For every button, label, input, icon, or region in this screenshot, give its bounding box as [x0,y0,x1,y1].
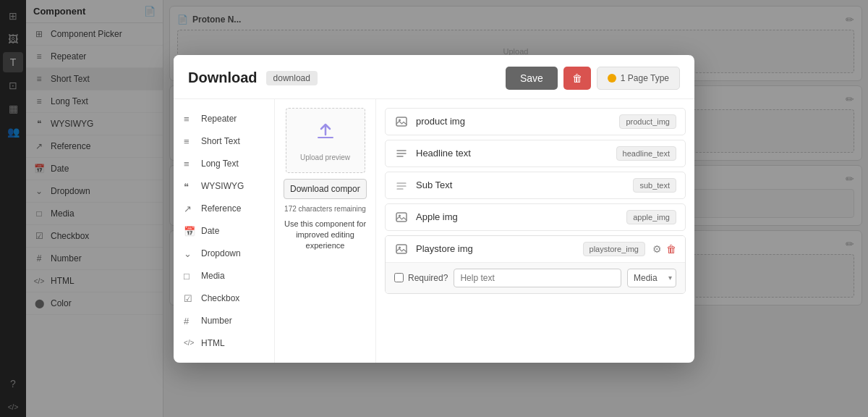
modal-menu-wysiwyg[interactable]: ❝ WYSIWYG [174,175,274,198]
menu-checkbox-icon: ☑ [184,293,195,304]
svg-rect-10 [396,245,407,253]
field-name-headline: Headline text [416,148,609,159]
upload-preview-icon [312,119,339,151]
menu-long-text-icon: ≡ [184,159,195,169]
component-description: Use this component for improved editing … [284,219,367,252]
modal-menu-media[interactable]: □ Media [174,265,274,287]
field-type-select-wrapper: Media Image Video File [627,269,676,287]
svg-point-11 [399,246,401,248]
svg-point-9 [399,214,401,216]
field-product-img: product img product_img [385,108,686,135]
modal-menu-reference[interactable]: ↗ Reference [174,198,274,220]
modal-fields-panel: product img product_img Headline text he… [376,99,694,363]
modal-tag: download [266,71,318,85]
upload-preview-label: Upload preview [300,153,350,161]
svg-point-1 [399,119,401,121]
modal-download: × Download download Save 🗑 1 Page Type ≡ [174,55,694,363]
modal-left-menu: ≡ Repeater ≡ Short Text ≡ Long Text ❝ WY… [174,99,275,363]
field-delete-button[interactable]: 🗑 [666,243,676,255]
component-name-input[interactable] [284,179,367,199]
modal-overlay[interactable]: × Download download Save 🗑 1 Page Type ≡ [0,0,868,417]
modal-menu-number[interactable]: # Number [174,310,274,332]
menu-reference-icon: ↗ [184,203,195,214]
delete-button[interactable]: 🗑 [563,67,591,90]
playstore-img-icon [394,242,409,256]
field-key-apple-img: apple_img [626,210,676,224]
sub-text-icon [394,178,409,193]
field-sub-text: Sub Text sub_text [385,172,686,199]
page-type-circle [608,74,616,83]
field-name-playstore: Playstore img [416,243,576,254]
field-key-playstore: playstore_img [583,242,645,256]
field-type-select[interactable]: Media Image Video File [627,269,676,287]
modal-menu-long-text[interactable]: ≡ Long Text [174,153,274,175]
field-name-sub-text: Sub Text [416,180,626,190]
chars-remaining: 172 characters remaining [284,205,366,213]
field-headline-text: Headline text headline_text [385,140,686,167]
field-key-sub-text: sub_text [633,178,676,193]
menu-number-icon: # [184,316,195,327]
upload-preview-box[interactable]: Upload preview [286,108,365,173]
required-label: Required? [408,273,448,283]
apple-img-icon [394,210,409,224]
menu-date-icon: 📅 [184,226,195,237]
help-text-input[interactable] [454,269,621,287]
svg-rect-0 [396,117,407,126]
modal-menu-dropdown[interactable]: ⌄ Dropdown [174,243,274,265]
save-button[interactable]: Save [506,67,558,90]
menu-short-text-icon: ≡ [184,136,195,147]
required-checkbox[interactable] [394,273,404,282]
menu-html-icon: </> [184,339,195,347]
modal-menu-checkbox[interactable]: ☑ Checkbox [174,287,274,310]
page-type-label: 1 Page Type [621,73,669,83]
modal-menu-repeater[interactable]: ≡ Repeater [174,108,274,130]
product-img-icon [394,114,409,129]
menu-media-icon: □ [184,271,195,282]
field-name-product-img: product img [416,116,612,127]
modal-preview-panel: Upload preview 172 characters remaining … [275,99,376,363]
field-playstore-img: Playstore img playstore_img ⚙ 🗑 Required… [385,235,686,294]
field-key-product-img: product_img [619,114,676,129]
modal-menu-date[interactable]: 📅 Date [174,220,274,243]
page-type-button[interactable]: 1 Page Type [597,67,680,90]
menu-dropdown-icon: ⌄ [184,248,195,259]
field-gear-button[interactable]: ⚙ [652,243,662,255]
modal-menu-short-text[interactable]: ≡ Short Text [174,130,274,153]
headline-icon [394,146,409,161]
modal-menu-html[interactable]: </> HTML [174,332,274,354]
field-apple-img: Apple img apple_img [385,203,686,231]
modal-title: Download [188,70,258,86]
modal-header: Download download Save 🗑 1 Page Type [174,55,694,99]
menu-wysiwyg-icon: ❝ [184,181,195,192]
svg-rect-8 [396,213,407,222]
menu-repeater-icon: ≡ [184,114,195,125]
field-key-headline: headline_text [616,146,676,161]
field-name-apple-img: Apple img [416,211,619,222]
